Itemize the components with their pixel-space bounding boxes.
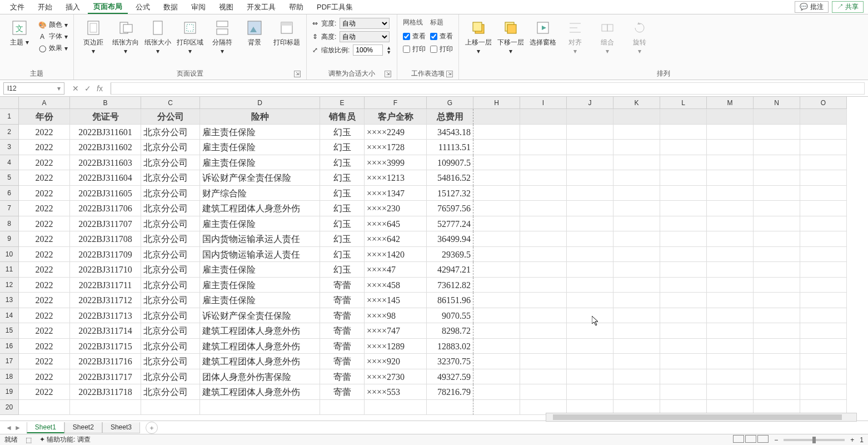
cell[interactable]: 52777.24 bbox=[427, 216, 473, 232]
cell[interactable]: 2022 bbox=[19, 170, 70, 186]
row-header-17[interactable]: 17 bbox=[0, 354, 19, 369]
row-header-12[interactable]: 12 bbox=[0, 278, 19, 293]
cell[interactable] bbox=[613, 186, 660, 201]
cell[interactable] bbox=[520, 140, 567, 155]
menu-文件[interactable]: 文件 bbox=[4, 1, 30, 13]
cell[interactable]: 北京分公司 bbox=[141, 186, 200, 201]
cell[interactable] bbox=[613, 125, 660, 140]
cell[interactable] bbox=[567, 354, 613, 369]
cell[interactable]: 2022 bbox=[19, 323, 70, 339]
cell[interactable]: 2022 bbox=[19, 293, 70, 308]
sheet-tab-Sheet1[interactable]: Sheet1 bbox=[27, 422, 64, 433]
cell[interactable]: 诉讼财产保全责任保险 bbox=[200, 308, 320, 324]
cell[interactable]: 国内货物运输承运人责任 bbox=[200, 247, 320, 263]
cell[interactable] bbox=[707, 278, 754, 293]
cell[interactable] bbox=[800, 125, 847, 140]
cell[interactable]: 2022 bbox=[19, 216, 70, 232]
cell[interactable] bbox=[567, 247, 613, 263]
cell[interactable] bbox=[473, 293, 520, 308]
cell[interactable] bbox=[520, 201, 567, 216]
gridlines-view-checkbox[interactable]: 查看 bbox=[403, 32, 426, 41]
cell[interactable]: 幻玉 bbox=[320, 201, 365, 216]
cell[interactable] bbox=[754, 186, 800, 201]
cell[interactable]: 15127.32 bbox=[427, 186, 473, 201]
cell[interactable]: ××××2249 bbox=[365, 125, 427, 140]
cell[interactable] bbox=[800, 278, 847, 293]
cell[interactable]: 8298.72 bbox=[427, 323, 473, 339]
themes-button[interactable]: 文 主题 ▾ bbox=[6, 17, 33, 47]
cell[interactable] bbox=[660, 339, 707, 354]
cell[interactable] bbox=[707, 140, 754, 155]
group-button[interactable]: 组合▾ bbox=[593, 17, 621, 55]
cell[interactable]: 北京分公司 bbox=[141, 384, 200, 400]
cell[interactable]: 国内货物运输承运人责任 bbox=[200, 231, 320, 247]
cell[interactable]: 北京分公司 bbox=[141, 262, 200, 278]
cell[interactable]: 2022BJ311710 bbox=[70, 262, 141, 278]
cell[interactable] bbox=[800, 201, 847, 216]
cell[interactable] bbox=[520, 262, 567, 278]
cell[interactable]: 2022 bbox=[19, 354, 70, 369]
cell[interactable]: ××××1420 bbox=[365, 247, 427, 263]
cell[interactable] bbox=[660, 354, 707, 369]
cell[interactable] bbox=[660, 155, 707, 171]
cell[interactable]: ××××1347 bbox=[365, 186, 427, 201]
cell[interactable] bbox=[707, 323, 754, 339]
cell[interactable] bbox=[613, 262, 660, 278]
row-header-20[interactable]: 20 bbox=[0, 400, 19, 416]
cell[interactable] bbox=[567, 155, 613, 171]
cell[interactable] bbox=[800, 216, 847, 232]
cell[interactable] bbox=[800, 308, 847, 324]
cell[interactable]: 32370.75 bbox=[427, 354, 473, 369]
select-all-button[interactable] bbox=[0, 97, 19, 109]
cell[interactable]: 2022 bbox=[19, 308, 70, 324]
cell[interactable] bbox=[707, 155, 754, 171]
cell[interactable]: ××××1213 bbox=[365, 170, 427, 186]
cell[interactable]: 险种 bbox=[200, 109, 320, 125]
cell[interactable]: 北京分公司 bbox=[141, 323, 200, 339]
cell[interactable]: 12883.02 bbox=[427, 339, 473, 354]
cell[interactable] bbox=[365, 400, 427, 416]
cell[interactable] bbox=[800, 369, 847, 385]
cell[interactable] bbox=[754, 247, 800, 263]
cell[interactable]: 北京分公司 bbox=[141, 354, 200, 369]
cell[interactable]: 寄蕾 bbox=[320, 278, 365, 293]
cell[interactable] bbox=[567, 308, 613, 324]
cell[interactable] bbox=[754, 109, 800, 125]
cell[interactable]: 寄蕾 bbox=[320, 323, 365, 339]
cell[interactable] bbox=[660, 170, 707, 186]
cell[interactable] bbox=[520, 354, 567, 369]
cell[interactable]: 凭证号 bbox=[70, 109, 141, 125]
column-headers[interactable]: ABCDEFGHIJKLMNO bbox=[19, 97, 847, 109]
cell[interactable] bbox=[567, 231, 613, 247]
cell[interactable]: ××××230 bbox=[365, 201, 427, 216]
cell[interactable] bbox=[660, 293, 707, 308]
cell[interactable] bbox=[520, 155, 567, 171]
cell[interactable] bbox=[567, 140, 613, 155]
menu-插入[interactable]: 插入 bbox=[60, 1, 86, 13]
zoom-out-button[interactable]: − bbox=[774, 436, 778, 444]
cell[interactable] bbox=[613, 339, 660, 354]
cell[interactable]: 2022 bbox=[19, 384, 70, 400]
cell[interactable] bbox=[567, 339, 613, 354]
cell[interactable]: 54816.52 bbox=[427, 170, 473, 186]
col-header-I[interactable]: I bbox=[520, 97, 567, 109]
cell[interactable] bbox=[660, 201, 707, 216]
cell[interactable] bbox=[613, 155, 660, 171]
cell[interactable]: 建筑工程团体人身意外伤 bbox=[200, 323, 320, 339]
cell[interactable]: 北京分公司 bbox=[141, 216, 200, 232]
row-header-5[interactable]: 5 bbox=[0, 170, 19, 186]
menu-开始[interactable]: 开始 bbox=[32, 1, 58, 13]
cell[interactable] bbox=[567, 186, 613, 201]
cell[interactable] bbox=[707, 369, 754, 385]
cell[interactable] bbox=[613, 354, 660, 369]
menu-开发工具[interactable]: 开发工具 bbox=[241, 1, 281, 13]
cell[interactable]: 北京分公司 bbox=[141, 155, 200, 171]
cell[interactable] bbox=[660, 140, 707, 155]
cell[interactable]: 2022BJ311716 bbox=[70, 354, 141, 369]
cell[interactable] bbox=[70, 400, 141, 416]
cell[interactable]: 北京分公司 bbox=[141, 278, 200, 293]
cell[interactable]: 2022BJ311717 bbox=[70, 369, 141, 385]
cell[interactable] bbox=[707, 170, 754, 186]
cell[interactable] bbox=[520, 109, 567, 125]
cell[interactable]: 2022BJ311605 bbox=[70, 186, 141, 201]
